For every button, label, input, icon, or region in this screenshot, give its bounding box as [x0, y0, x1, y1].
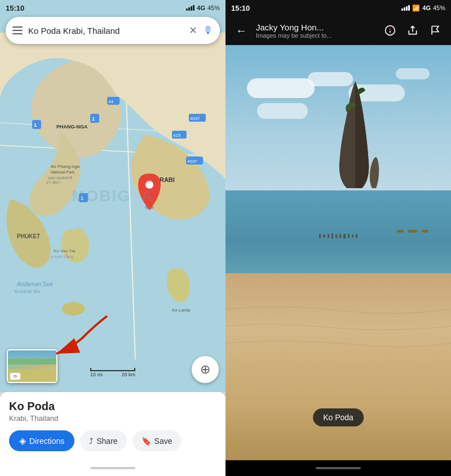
hamburger-line-3: [12, 33, 23, 34]
svg-text:Ao Phang-nga: Ao Phang-nga: [51, 164, 80, 169]
back-button[interactable]: ←: [231, 20, 251, 41]
status-icons-right: 📶 4G 45%: [401, 5, 445, 12]
sand-layer: [226, 273, 451, 460]
ko-poda-label: Ko Poda: [313, 408, 364, 426]
scale-bar-line: [90, 368, 135, 371]
svg-text:PHANG-NGA: PHANG-NGA: [56, 124, 88, 130]
beach-photo: Ko Poda: [226, 45, 451, 460]
signal-bar-1: [186, 8, 188, 11]
directions-icon: ◈: [19, 435, 26, 446]
left-panel: 15:10 4G 45% Ko Poda Krabi, Thailand ✕ 🎙: [0, 0, 226, 476]
person-3: [328, 234, 329, 238]
wifi-icon-right: 📶: [412, 5, 420, 12]
signal-bar-r4: [408, 5, 410, 11]
signal-bar-r2: [404, 7, 405, 11]
person-1: [319, 234, 321, 238]
battery-right: 45%: [433, 5, 445, 11]
share-label: Share: [96, 437, 117, 446]
network-type-left: 4G: [197, 5, 205, 11]
svg-text:415: 415: [173, 133, 181, 138]
map-area[interactable]: PHUKET Ko Yao Yai เกาะยาวใหญ่ KRABI PHAN…: [0, 0, 226, 392]
share-button[interactable]: ⤴ Share: [80, 430, 126, 451]
save-label: Save: [154, 437, 173, 446]
photo-area: Ko Poda: [226, 45, 451, 460]
svg-point-31: [145, 181, 153, 189]
svg-text:1: 1: [92, 116, 95, 122]
hamburger-line-1: [12, 26, 23, 28]
person-2: [323, 234, 325, 238]
search-bar[interactable]: Ko Poda Krabi, Thailand ✕ 🎙: [6, 17, 220, 44]
svg-text:Andaman Sea: Andaman Sea: [16, 281, 53, 287]
status-icons-left: 4G 45%: [186, 5, 220, 11]
save-icon: 🔖: [142, 437, 151, 446]
scale-10mi: 10 mi: [90, 372, 103, 377]
status-time-left: 15:10: [6, 4, 24, 12]
scale-labels: 10 mi 20 km: [90, 372, 135, 377]
top-bar-actions: [380, 20, 445, 41]
compass-icon: [384, 25, 396, 36]
cloud-5: [257, 103, 308, 119]
map-thumbnail-inner: ⟳: [8, 350, 56, 382]
save-button[interactable]: 🔖 Save: [132, 430, 182, 451]
share-button-right[interactable]: [403, 20, 423, 41]
map-thumbnail[interactable]: ⟳: [7, 349, 58, 383]
rock-svg: [327, 78, 383, 191]
network-type-right: 4G: [422, 5, 431, 11]
location-button[interactable]: ⊕: [192, 356, 219, 383]
signal-bar-2: [188, 7, 190, 11]
bottom-nav-left: [0, 460, 226, 476]
battery-left: 45%: [207, 5, 220, 11]
right-panel: 15:10 📶 4G 45% ← Jacky Yong Hon... Image…: [226, 0, 451, 476]
signal-bar-3: [191, 6, 192, 11]
svg-text:PHUKET: PHUKET: [17, 233, 40, 239]
nav-pill-right: [316, 467, 361, 469]
status-bar-right: 15:10 📶 4G 45%: [226, 0, 451, 16]
directions-button[interactable]: ◈ Directions: [9, 430, 74, 451]
svg-text:44: 44: [108, 99, 113, 104]
share-icon: ⤴: [89, 437, 93, 446]
person-4: [331, 233, 333, 239]
svg-text:อ่าวพังงา: อ่าวพังงา: [46, 180, 61, 184]
hamburger-line-2: [12, 30, 23, 31]
svg-point-32: [62, 302, 85, 315]
signal-bar-r3: [406, 6, 408, 11]
person-5: [335, 234, 337, 238]
flag-button[interactable]: [425, 20, 445, 41]
directions-label: Directions: [29, 437, 64, 446]
action-buttons: ◈ Directions ⤴ Share 🔖 Save: [9, 430, 216, 451]
svg-text:National Park: National Park: [51, 170, 75, 174]
compass-button[interactable]: [380, 20, 400, 41]
person-9: [352, 234, 353, 238]
svg-text:4037: 4037: [190, 116, 200, 121]
search-input[interactable]: Ko Poda Krabi, Thailand: [28, 26, 183, 35]
svg-marker-36: [389, 30, 391, 34]
clear-search-icon[interactable]: ✕: [189, 24, 197, 37]
mic-icon[interactable]: 🎙: [203, 25, 213, 37]
flag-icon: [430, 25, 441, 36]
status-bar-left: 15:10 4G 45%: [0, 0, 226, 16]
share-icon-right: [407, 25, 418, 36]
nav-pill-left: [90, 467, 135, 469]
bottom-sheet: Ko Poda Krabi, Thailand ◈ Directions ⤴ S…: [0, 392, 226, 460]
signal-bar-r1: [401, 8, 403, 11]
signal-bars-right: [401, 5, 410, 11]
person-8: [348, 234, 350, 238]
svg-text:ทะเลอันดามัน: ทะเลอันดามัน: [14, 289, 40, 294]
top-bar-right: ← Jacky Yong Hon... Images may be subjec…: [226, 16, 451, 45]
svg-text:เกาะยาวใหญ่: เกาะยาวใหญ่: [51, 254, 73, 259]
svg-text:1: 1: [34, 122, 37, 128]
svg-text:Ko Lanta: Ko Lanta: [172, 308, 191, 313]
svg-text:Ko Yao Yai: Ko Yao Yai: [54, 248, 76, 253]
cloud-1: [247, 78, 315, 98]
signal-bar-4: [193, 5, 194, 11]
person-7: [343, 234, 346, 239]
place-subtitle: Krabi, Thailand: [9, 414, 216, 422]
top-bar-title-area: Jacky Yong Hon... Images may be subject …: [256, 23, 375, 39]
map-svg: PHUKET Ko Yao Yai เกาะยาวใหญ่ KRABI PHAN…: [0, 0, 226, 392]
hamburger-menu[interactable]: [12, 26, 23, 34]
pano-icon: ⟳: [10, 373, 20, 380]
scale-20km: 20 km: [121, 372, 135, 377]
place-name: Ko Poda: [9, 400, 216, 413]
photo-title: Jacky Yong Hon...: [256, 23, 357, 32]
person-6: [339, 234, 341, 238]
